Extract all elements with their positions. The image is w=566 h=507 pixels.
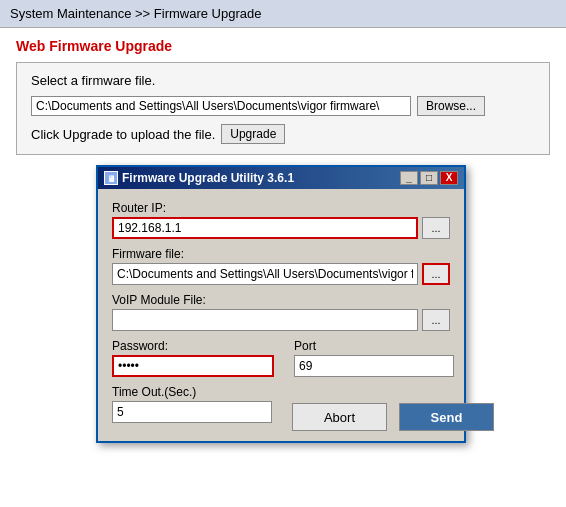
router-ip-row: ... [112, 217, 450, 239]
dialog-buttons: Abort Send [292, 403, 494, 431]
titlebar-left: 🖥 Firmware Upgrade Utility 3.6.1 [104, 171, 294, 185]
abort-button[interactable]: Abort [292, 403, 387, 431]
router-ip-input[interactable] [112, 217, 418, 239]
firmware-file-label: Firmware file: [112, 247, 450, 261]
voip-module-label: VoIP Module File: [112, 293, 450, 307]
port-field: Port [294, 339, 454, 377]
voip-module-row: ... [112, 309, 450, 331]
dialog-titlebar: 🖥 Firmware Upgrade Utility 3.6.1 _ □ X [98, 167, 464, 189]
instruction1-row: Select a firmware file. [31, 73, 535, 88]
port-input[interactable] [294, 355, 454, 377]
firmware-file-row: ... [112, 263, 450, 285]
voip-module-field: VoIP Module File: ... [112, 293, 450, 331]
timeout-row [112, 401, 272, 423]
dialog-body: Router IP: ... Firmware file: ... [98, 189, 464, 441]
breadcrumb-text: System Maintenance >> Firmware Upgrade [10, 6, 261, 21]
password-field: Password: [112, 339, 274, 377]
router-ip-label: Router IP: [112, 201, 450, 215]
instruction1-text: Select a firmware file. [31, 73, 155, 88]
dialog-overlay: 🖥 Firmware Upgrade Utility 3.6.1 _ □ X R… [96, 165, 566, 443]
dialog-controls: _ □ X [400, 171, 458, 185]
voip-module-input[interactable] [112, 309, 418, 331]
password-row [112, 355, 274, 377]
instruction2-row: Click Upgrade to upload the file. Upgrad… [31, 124, 535, 144]
minimize-button[interactable]: _ [400, 171, 418, 185]
router-ip-field: Router IP: ... [112, 201, 450, 239]
firmware-file-field: Firmware file: ... [112, 247, 450, 285]
voip-module-browse-btn[interactable]: ... [422, 309, 450, 331]
web-firmware-box: Select a firmware file. Browse... Click … [16, 62, 550, 155]
browse-button[interactable]: Browse... [417, 96, 485, 116]
instruction2-text: Click Upgrade to upload the file. [31, 127, 215, 142]
router-ip-browse-btn[interactable]: ... [422, 217, 450, 239]
close-button[interactable]: X [440, 171, 458, 185]
breadcrumb: System Maintenance >> Firmware Upgrade [0, 0, 566, 28]
port-row [294, 355, 454, 377]
port-label: Port [294, 339, 454, 353]
file-path-input[interactable] [31, 96, 411, 116]
password-input[interactable] [112, 355, 274, 377]
maximize-button[interactable]: □ [420, 171, 438, 185]
send-button[interactable]: Send [399, 403, 494, 431]
firmware-file-input[interactable] [112, 263, 418, 285]
password-label: Password: [112, 339, 274, 353]
dialog-title: Firmware Upgrade Utility 3.6.1 [122, 171, 294, 185]
file-row: Browse... [31, 96, 535, 116]
dialog-app-icon: 🖥 [104, 171, 118, 185]
timeout-input[interactable] [112, 401, 272, 423]
upgrade-button[interactable]: Upgrade [221, 124, 285, 144]
firmware-upgrade-dialog: 🖥 Firmware Upgrade Utility 3.6.1 _ □ X R… [96, 165, 466, 443]
section-title: Web Firmware Upgrade [16, 38, 550, 54]
main-content: Web Firmware Upgrade Select a firmware f… [0, 28, 566, 453]
firmware-file-browse-btn[interactable]: ... [422, 263, 450, 285]
password-port-row: Password: Port [112, 339, 450, 377]
timeout-buttons-row: Time Out.(Sec.) Abort Send [112, 385, 450, 431]
timeout-field: Time Out.(Sec.) [112, 385, 272, 423]
timeout-label: Time Out.(Sec.) [112, 385, 272, 399]
